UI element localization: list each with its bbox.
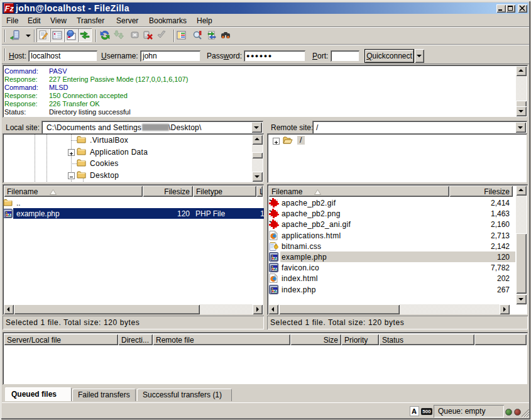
svg-text:Fz: Fz (5, 4, 14, 13)
